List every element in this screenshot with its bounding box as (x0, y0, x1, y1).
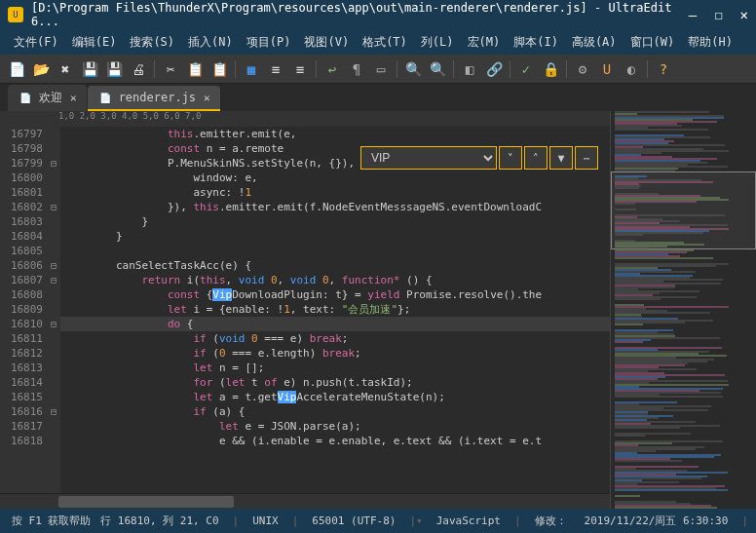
maximize-button[interactable]: ☐ (714, 7, 722, 22)
link-icon[interactable]: 🔗 (483, 58, 505, 80)
lock-icon[interactable]: 🔒 (540, 58, 561, 80)
menu-item[interactable]: 宏(M) (462, 31, 507, 54)
toolbar-separator (453, 60, 454, 78)
search-input[interactable]: VIP (360, 146, 497, 170)
menu-item[interactable]: 搜索(S) (124, 31, 180, 54)
close-window-button[interactable]: ✕ (740, 7, 748, 22)
fold-toggle[interactable]: ⊟ (47, 317, 60, 331)
copy-icon[interactable]: 📋 (184, 58, 206, 80)
code-line[interactable]: let e = JSON.parse(a); (60, 419, 610, 434)
code-line[interactable]: canSelectTaskAcc(e) { (60, 258, 610, 273)
code-line[interactable]: do { (60, 317, 610, 331)
code-line[interactable]: return i(this, void 0, void 0, function*… (60, 273, 610, 287)
code-line[interactable]: }), this.emitter.emit(f.NodeEventMesssag… (60, 200, 610, 214)
window-title: [D:\Program Files\ThunderX\Program\resou… (31, 1, 689, 28)
menu-item[interactable]: 视图(V) (298, 31, 355, 54)
fold-toggle (47, 287, 60, 302)
statusbar: 按 F1 获取帮助 行 16810, 列 21, C0 | UNIX | 650… (0, 509, 756, 533)
nav-icon[interactable]: ◧ (459, 58, 480, 80)
help-icon[interactable]: ? (653, 58, 674, 80)
minimize-button[interactable]: — (689, 7, 697, 22)
save-as-icon[interactable]: 💾 (103, 58, 125, 80)
titlebar: U [D:\Program Files\ThunderX\Program\res… (0, 0, 756, 29)
code-line[interactable]: e && (i.enable = e.enable, e.text && (i.… (60, 434, 610, 448)
search-next-button[interactable]: ˅ (499, 146, 522, 170)
fold-toggle (47, 171, 60, 185)
menu-item[interactable]: 列(L) (415, 31, 460, 54)
scroll-thumb[interactable] (58, 496, 234, 508)
code-line[interactable]: window: e, (60, 171, 610, 185)
menu-item[interactable]: 窗口(W) (624, 31, 681, 54)
fold-toggle[interactable]: ⊟ (47, 273, 60, 287)
theme-icon[interactable]: ◐ (621, 58, 642, 80)
html-icon[interactable]: U (596, 58, 618, 80)
main-area: 1,0 2,0 3,0 4,0 5,0 6,0 7,0 167971679816… (0, 111, 756, 509)
code-line[interactable]: this.emitter.emit(e, (60, 127, 610, 141)
code-line[interactable]: let i = {enable: !1, text: "会员加速"}; (60, 302, 610, 317)
tab[interactable]: 📄renderer.js✕ (88, 86, 220, 111)
fold-toggle (47, 244, 60, 258)
app-icon: U (8, 7, 23, 22)
fold-toggle (47, 375, 60, 390)
menu-item[interactable]: 编辑(E) (66, 31, 123, 54)
outdent-icon[interactable]: ≡ (289, 58, 311, 80)
search-prev-button[interactable]: ˄ (524, 146, 548, 170)
search-more-button[interactable]: ⋯ (575, 146, 598, 170)
indent-icon[interactable]: ≡ (265, 58, 286, 80)
menu-item[interactable]: 帮助(H) (682, 31, 738, 54)
fold-toggle[interactable]: ⊟ (47, 200, 60, 214)
menu-item[interactable]: 高级(A) (566, 31, 623, 54)
print-icon[interactable]: 🖨 (128, 58, 149, 80)
pref-icon[interactable]: ⚙ (572, 58, 593, 80)
mark-icon[interactable]: ▦ (241, 58, 262, 80)
menu-item[interactable]: 文件(F) (8, 31, 64, 54)
close-icon[interactable]: ✖ (55, 58, 76, 80)
replace-icon[interactable]: 🔍 (427, 58, 448, 80)
fold-toggle[interactable]: ⊟ (47, 258, 60, 273)
new-file-icon[interactable]: 📄 (6, 58, 27, 80)
code-line[interactable]: const {VipDownloadPlugin: t} = yield Pro… (60, 287, 610, 302)
code-line[interactable]: if (void 0 === e) break; (60, 331, 610, 346)
toolbar-separator (154, 60, 155, 78)
save-icon[interactable]: 💾 (79, 58, 100, 80)
find-icon[interactable]: 🔍 (402, 58, 424, 80)
minimap[interactable] (610, 111, 756, 509)
code-line[interactable]: for (let t of e) n.push(t.taskId); (60, 375, 610, 390)
fold-gutter[interactable]: ⊟⊟⊟⊟⊟⊟ (47, 127, 60, 493)
code-line[interactable]: } (60, 229, 610, 244)
cut-icon[interactable]: ✂ (160, 58, 181, 80)
fold-toggle[interactable]: ⊟ (47, 404, 60, 419)
show-icon[interactable]: ¶ (346, 58, 367, 80)
code-text[interactable]: this.emitter.emit(e, const n = a.remote … (60, 127, 610, 493)
menu-item[interactable]: 插入(N) (182, 31, 239, 54)
wrap-icon[interactable]: ↩ (321, 58, 343, 80)
paste-icon[interactable]: 📋 (208, 58, 230, 80)
menu-item[interactable]: 项目(P) (241, 31, 297, 54)
open-file-icon[interactable]: 📂 (30, 58, 52, 80)
menu-item[interactable]: 脚本(I) (508, 31, 564, 54)
tab-close-button[interactable]: ✕ (204, 92, 210, 104)
toolbar-separator (647, 60, 648, 78)
check-icon[interactable]: ✓ (515, 58, 537, 80)
code-line[interactable]: async: !1 (60, 185, 610, 200)
tab[interactable]: 📄欢迎✕ (8, 85, 87, 111)
fold-toggle (47, 302, 60, 317)
block-icon[interactable]: ▭ (370, 58, 392, 80)
code-line[interactable]: let a = t.getVipAccelerateMenuState(n); (60, 390, 610, 404)
code-line[interactable]: if (0 === e.length) break; (60, 346, 610, 361)
tab-close-button[interactable]: ✕ (70, 92, 77, 104)
toolbar-separator (566, 60, 567, 78)
code-area[interactable]: 1679716798167991680016801168021680316804… (0, 127, 610, 493)
code-line[interactable]: let n = []; (60, 361, 610, 375)
horizontal-scrollbar[interactable] (0, 493, 610, 509)
fold-toggle (47, 214, 60, 229)
code-line[interactable] (60, 244, 610, 258)
status-encoding: 65001 (UTF-8) (308, 514, 399, 527)
code-line[interactable]: if (a) { (60, 404, 610, 419)
fold-toggle[interactable]: ⊟ (47, 156, 60, 171)
status-position: 行 16810, 列 21, C0 (96, 514, 222, 528)
search-options-button[interactable]: ▼ (549, 146, 573, 170)
line-number-gutter: 1679716798167991680016801168021680316804… (0, 127, 47, 493)
code-line[interactable]: } (60, 214, 610, 229)
menu-item[interactable]: 格式(T) (357, 31, 413, 54)
